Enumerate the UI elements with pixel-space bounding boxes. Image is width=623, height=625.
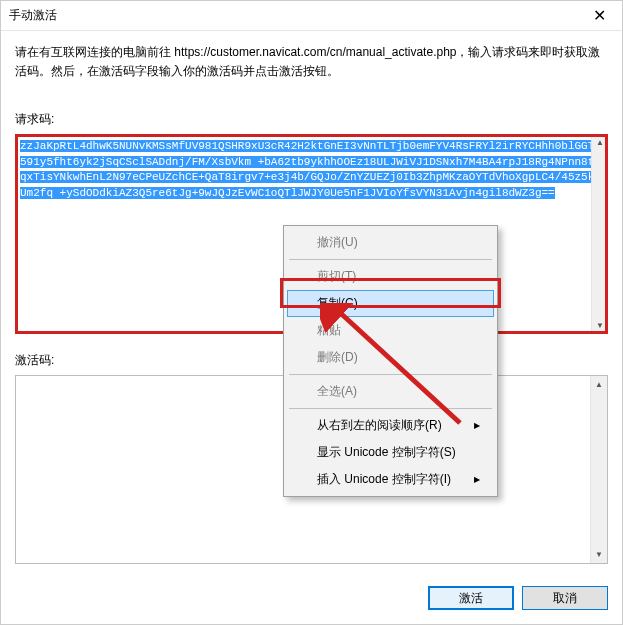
close-icon: ✕ xyxy=(593,6,606,25)
scroll-up-icon[interactable]: ▲ xyxy=(591,376,607,393)
chevron-right-icon: ▶ xyxy=(474,421,480,430)
close-button[interactable]: ✕ xyxy=(577,1,622,31)
chevron-right-icon: ▶ xyxy=(474,475,480,484)
titlebar: 手动激活 ✕ xyxy=(1,1,622,31)
cm-cut[interactable]: 剪切(T) xyxy=(287,263,494,290)
request-code-selection: zzJaKpRtL4dhwK5NUNvKMSsMfUV981QSHR9xU3cR… xyxy=(20,140,601,198)
context-menu[interactable]: 撤消(U) 剪切(T) 复制(C) 粘贴 删除(D) 全选(A) 从右到左的阅读… xyxy=(283,225,498,497)
cm-paste[interactable]: 粘贴 xyxy=(287,317,494,344)
dialog-buttons: 激活 取消 xyxy=(1,576,622,624)
cm-insert-unicode[interactable]: 插入 Unicode 控制字符(I) ▶ xyxy=(287,466,494,493)
scroll-down-icon[interactable]: ▼ xyxy=(592,317,608,334)
scrollbar-vertical[interactable]: ▲ ▼ xyxy=(590,376,607,563)
scroll-down-icon[interactable]: ▼ xyxy=(591,546,607,563)
dialog-title: 手动激活 xyxy=(9,7,57,24)
cm-show-unicode[interactable]: 显示 Unicode 控制字符(S) xyxy=(287,439,494,466)
cm-rtl[interactable]: 从右到左的阅读顺序(R) ▶ xyxy=(287,412,494,439)
cm-delete[interactable]: 删除(D) xyxy=(287,344,494,371)
cm-separator xyxy=(289,374,492,375)
cm-undo[interactable]: 撤消(U) xyxy=(287,229,494,256)
activate-button[interactable]: 激活 xyxy=(428,586,514,610)
cm-separator xyxy=(289,408,492,409)
scroll-up-icon[interactable]: ▲ xyxy=(592,134,608,151)
instructions-text: 请在有互联网连接的电脑前往 https://customer.navicat.c… xyxy=(15,43,608,81)
request-code-text: zzJaKpRtL4dhwK5NUNvKMSsMfUV981QSHR9xU3cR… xyxy=(18,137,605,203)
scrollbar-vertical[interactable]: ▲ ▼ xyxy=(591,134,608,334)
cm-copy[interactable]: 复制(C) xyxy=(287,290,494,317)
cm-selectall[interactable]: 全选(A) xyxy=(287,378,494,405)
request-code-label: 请求码: xyxy=(15,111,608,128)
cancel-button[interactable]: 取消 xyxy=(522,586,608,610)
cm-separator xyxy=(289,259,492,260)
